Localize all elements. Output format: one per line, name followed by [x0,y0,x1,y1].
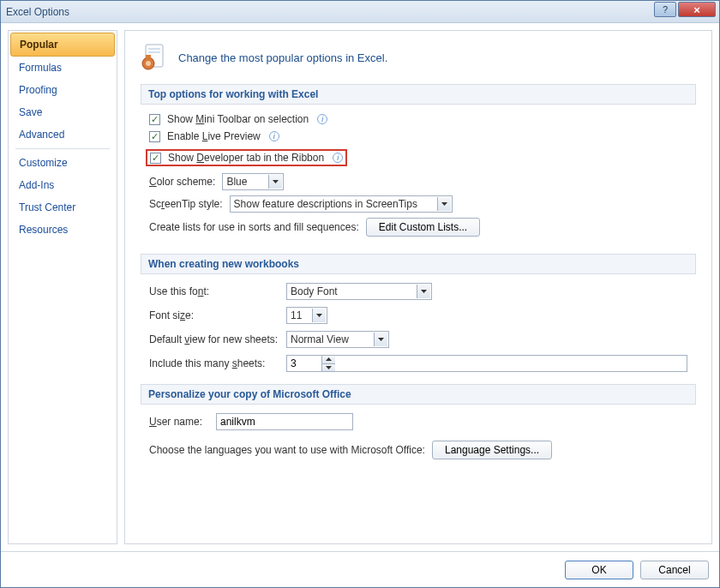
label-screentip: ScreenTip style: [149,198,223,210]
highlighted-developer-option: Show Developer tab in the Ribbon [146,149,347,166]
info-icon[interactable] [333,153,343,163]
settings-icon [141,43,168,72]
svg-rect-1 [148,48,160,50]
dialog-footer: OK Cancel [1,551,719,587]
titlebar: Excel Options ? × [1,1,719,23]
sidebar-item-popular[interactable]: Popular [10,33,115,57]
label-font-size: Font size: [149,309,286,321]
page-header-text: Change the most popular options in Excel… [178,51,387,64]
page-header: Change the most popular options in Excel… [141,39,696,84]
window-title: Excel Options [6,6,69,18]
spinner-down-icon[interactable] [322,364,335,372]
checkbox-developer-tab[interactable] [150,153,161,164]
chevron-down-icon [437,197,451,211]
sidebar-item-addins[interactable]: Add-Ins [10,174,115,196]
info-icon[interactable] [269,131,279,141]
dropdown-default-view[interactable]: Normal View [286,331,389,348]
edit-custom-lists-button[interactable]: Edit Custom Lists... [366,218,480,237]
sidebar-item-trust-center[interactable]: Trust Center [10,196,115,219]
spinner-sheets[interactable] [286,355,687,372]
help-button[interactable]: ? [654,2,676,17]
sidebar-divider [15,148,110,149]
chevron-down-icon [268,175,282,189]
label-custom-lists: Create lists for use in sorts and fill s… [149,221,359,233]
dropdown-value: 11 [291,309,302,321]
cancel-button[interactable]: Cancel [640,561,709,579]
info-icon[interactable] [317,114,327,124]
excel-options-dialog: Excel Options ? × Popular Formulas Proof… [0,0,720,588]
label-mini-toolbar: Show Mini Toolbar on selection [167,113,309,125]
ok-button[interactable]: OK [565,561,633,579]
label-default-view: Default view for new sheets: [149,333,286,345]
svg-rect-2 [148,51,160,53]
chevron-down-icon [312,309,326,322]
spinner-up-icon[interactable] [322,356,335,364]
dropdown-screentip[interactable]: Show feature descriptions in ScreenTips [230,195,453,213]
sidebar-item-proofing[interactable]: Proofing [10,79,115,101]
section-title-top-options: Top options for working with Excel [141,84,696,105]
label-languages: Choose the languages you want to use wit… [149,444,425,456]
label-developer-tab: Show Developer tab in the Ribbon [168,152,324,164]
label-user-name: User name: [149,416,209,428]
sidebar-item-customize[interactable]: Customize [10,152,115,174]
dropdown-value: Normal View [291,333,349,345]
dropdown-value: Body Font [291,285,338,297]
spinner-value[interactable] [287,356,321,371]
dropdown-font-size[interactable]: 11 [286,307,327,324]
input-user-name[interactable] [216,413,353,430]
dropdown-color-scheme[interactable]: Blue [222,173,284,190]
section-title-new-workbooks: When creating new workbooks [141,254,696,274]
chevron-down-icon [374,333,387,346]
label-color-scheme: Color scheme: [149,176,215,188]
close-button[interactable]: × [678,2,716,17]
main-panel: Change the most popular options in Excel… [124,30,712,544]
label-live-preview: Enable Live Preview [167,130,261,142]
label-font: Use this font: [149,285,286,297]
dropdown-font[interactable]: Body Font [286,283,432,300]
dropdown-value: Show feature descriptions in ScreenTips [234,198,417,210]
svg-rect-5 [146,55,151,58]
language-settings-button[interactable]: Language Settings... [432,441,552,459]
sidebar-item-formulas[interactable]: Formulas [10,57,115,79]
sidebar-item-advanced[interactable]: Advanced [10,123,115,146]
checkbox-live-preview[interactable] [149,131,160,142]
chevron-down-icon [417,285,430,298]
sidebar: Popular Formulas Proofing Save Advanced … [8,30,117,544]
sidebar-item-save[interactable]: Save [10,101,115,123]
svg-point-4 [146,61,151,66]
section-title-personalize: Personalize your copy of Microsoft Offic… [141,384,696,405]
label-sheets-count: Include this many sheets: [149,357,286,369]
dropdown-value: Blue [226,176,247,188]
sidebar-item-resources[interactable]: Resources [10,219,115,241]
checkbox-mini-toolbar[interactable] [149,114,160,125]
